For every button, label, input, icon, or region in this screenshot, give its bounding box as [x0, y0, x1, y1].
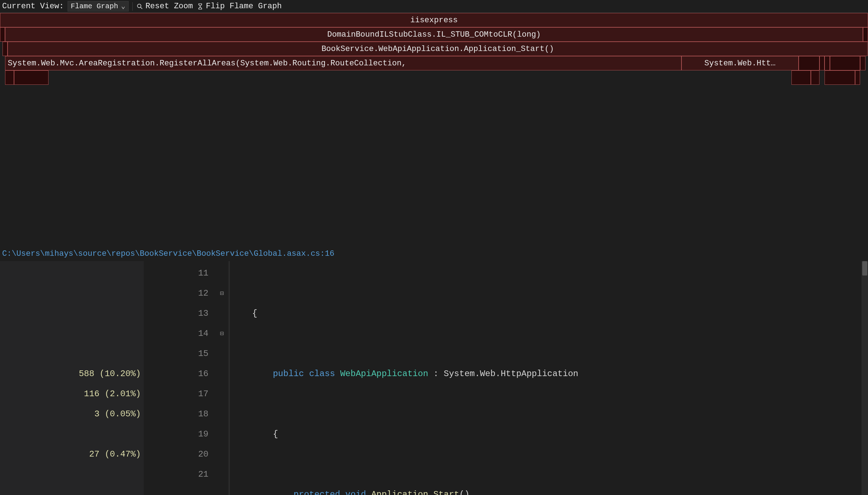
- toolbar-separator: [132, 2, 133, 11]
- flame-frame[interactable]: [830, 56, 860, 70]
- line-number: 21: [147, 464, 208, 485]
- line-number: 12: [147, 283, 208, 304]
- reset-zoom-button[interactable]: Reset Zoom: [136, 2, 193, 11]
- view-selector-dropdown[interactable]: Flame Graph: [68, 1, 129, 11]
- code-line: public class WebApiApplication : System.…: [231, 364, 865, 384]
- flame-frame[interactable]: [811, 70, 819, 85]
- view-selector-value: Flame Graph: [71, 2, 118, 10]
- flame-frame[interactable]: [14, 70, 49, 85]
- fold-gutter: ⊟ ⊟: [216, 261, 229, 495]
- flame-frame-registerallareas[interactable]: System.Web.Mvc.AreaRegistration.Register…: [5, 56, 681, 70]
- flame-frame[interactable]: [825, 56, 830, 70]
- code-line: protected void Application_Start(): [231, 485, 865, 495]
- fold-toggle-icon[interactable]: ⊟: [217, 283, 227, 304]
- line-number: 11: [147, 263, 208, 283]
- flame-frame[interactable]: [3, 42, 8, 56]
- file-path-bar: C:\Users\mihays\source\repos\BookService…: [0, 246, 868, 261]
- flip-flame-label: Flip Flame Graph: [206, 2, 282, 11]
- vertical-scrollbar[interactable]: [862, 261, 868, 495]
- flame-frame[interactable]: [819, 56, 825, 70]
- scrollbar-thumb[interactable]: [862, 261, 867, 276]
- flame-row-2: BookService.WebApiApplication.Applicatio…: [0, 42, 868, 56]
- flame-frame[interactable]: [825, 70, 855, 85]
- line-number: 14: [147, 324, 208, 344]
- samples-count: 116 (2.01%): [3, 384, 141, 404]
- current-view-label: Current View:: [2, 2, 64, 11]
- magnifier-icon: [136, 3, 143, 10]
- line-number: 20: [147, 444, 208, 464]
- line-number: 15: [147, 344, 208, 364]
- fold-toggle-icon[interactable]: ⊟: [217, 324, 227, 344]
- line-number: 19: [147, 424, 208, 444]
- flame-frame[interactable]: [860, 56, 865, 70]
- flame-graph-area[interactable]: iisexpress DomainBoundILStubClass.IL_STU…: [0, 13, 868, 246]
- code-text[interactable]: { public class WebApiApplication : Syste…: [229, 261, 868, 495]
- flame-frame[interactable]: [5, 70, 14, 85]
- flame-frame-domainbound[interactable]: DomainBoundILStubClass.IL_STUB_COMtoCLR(…: [5, 27, 863, 42]
- flame-frame[interactable]: [863, 27, 868, 42]
- line-number: 16: [147, 364, 208, 384]
- line-number: 18: [147, 404, 208, 424]
- flame-frame-root[interactable]: iisexpress: [0, 13, 868, 27]
- line-number: 17: [147, 384, 208, 404]
- line-number: 13: [147, 304, 208, 324]
- flame-frame-application-start[interactable]: BookService.WebApiApplication.Applicatio…: [8, 42, 868, 56]
- flame-frame[interactable]: [0, 27, 5, 42]
- flame-row-0: iisexpress: [0, 13, 868, 27]
- file-path-text: C:\Users\mihays\source\repos\BookService…: [2, 249, 334, 258]
- flame-frame-webhttp[interactable]: System.Web.Htt…: [681, 56, 799, 70]
- reset-zoom-label: Reset Zoom: [146, 2, 193, 11]
- flame-graph-toolbar: Current View: Flame Graph Reset Zoom Fli…: [0, 0, 868, 13]
- samples-count: 27 (0.47%): [3, 444, 141, 464]
- code-line: {: [231, 304, 865, 324]
- samples-count: 3 (0.05%): [3, 404, 141, 424]
- flip-flame-graph-button[interactable]: Flip Flame Graph: [197, 2, 282, 11]
- flame-frame[interactable]: [799, 56, 819, 70]
- hourglass-icon: [197, 3, 204, 10]
- samples-gutter: 588 (10.20%) 116 (2.01%) 3 (0.05%) 27 (0…: [0, 261, 144, 495]
- svg-line-1: [141, 7, 142, 9]
- line-number-gutter: 11 12 13 14 15 16 17 18 19 20 21: [144, 261, 216, 495]
- flame-row-1: DomainBoundILStubClass.IL_STUB_COMtoCLR(…: [0, 27, 868, 42]
- code-line: {: [231, 424, 865, 444]
- svg-point-0: [137, 4, 141, 8]
- samples-count: 588 (10.20%): [3, 364, 141, 384]
- code-editor: 588 (10.20%) 116 (2.01%) 3 (0.05%) 27 (0…: [0, 261, 868, 495]
- flame-frame[interactable]: [791, 70, 810, 85]
- flame-row-3: System.Web.Mvc.AreaRegistration.Register…: [0, 56, 868, 70]
- flame-frame[interactable]: [855, 70, 860, 85]
- flame-row-4: [0, 70, 868, 85]
